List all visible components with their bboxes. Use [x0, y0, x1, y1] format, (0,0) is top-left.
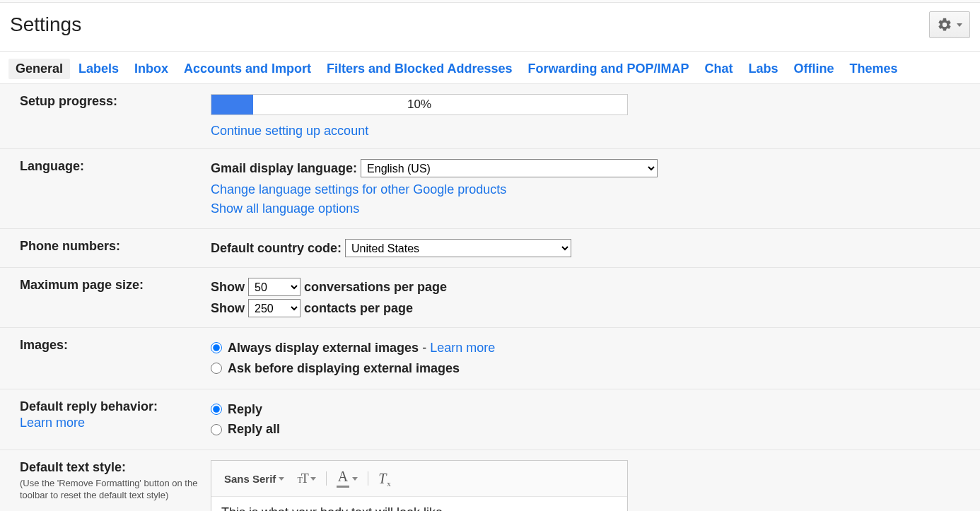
- text-style-preview: This is what your body text will look li…: [211, 497, 627, 511]
- remove-formatting-button[interactable]: T: [375, 469, 393, 488]
- images-always-label: Always display external images: [228, 341, 419, 355]
- tab-general[interactable]: General: [8, 59, 70, 79]
- row-reply-behavior: Default reply behavior: Learn more Reply…: [0, 389, 980, 451]
- reply-radio[interactable]: [211, 404, 222, 415]
- reply-all-radio[interactable]: [211, 424, 222, 435]
- settings-tabs: General Labels Inbox Accounts and Import…: [0, 52, 980, 84]
- text-style-box: Sans Serif TT A T: [211, 460, 628, 511]
- reply-label: Reply: [228, 399, 262, 420]
- images-always-radio[interactable]: [211, 342, 222, 353]
- row-setup-progress: Setup progress: 10% Continue setting up …: [0, 84, 980, 149]
- caret-down-icon: [957, 23, 962, 27]
- reply-learn-more-link[interactable]: Learn more: [20, 416, 85, 430]
- caret-down-icon: [279, 477, 284, 481]
- progress-percent: 10%: [211, 95, 627, 114]
- settings-header: Settings: [0, 3, 980, 52]
- tab-labs[interactable]: Labs: [749, 61, 778, 76]
- country-code-label: Default country code:: [211, 241, 342, 255]
- row-text-style: Default text style: (Use the 'Remove For…: [0, 450, 980, 511]
- text-style-label: Default text style:: [20, 460, 126, 474]
- row-phone-numbers: Phone numbers: Default country code: Uni…: [0, 229, 980, 268]
- tab-offline[interactable]: Offline: [794, 61, 834, 76]
- continue-setup-link[interactable]: Continue setting up account: [211, 124, 960, 139]
- country-code-select[interactable]: United States: [345, 239, 571, 257]
- show-text-2: Show: [211, 301, 245, 315]
- show-text-1: Show: [211, 280, 245, 294]
- page-title: Settings: [10, 13, 81, 36]
- text-style-toolbar: Sans Serif TT A T: [211, 461, 627, 497]
- tab-accounts[interactable]: Accounts and Import: [184, 61, 311, 76]
- text-color-picker[interactable]: A: [334, 468, 361, 489]
- toolbar-separator: [368, 471, 368, 486]
- images-dash: -: [419, 341, 430, 355]
- reply-behavior-label: Default reply behavior:: [20, 399, 158, 413]
- text-color-icon: A: [337, 469, 349, 488]
- images-ask-radio[interactable]: [211, 363, 222, 374]
- reply-all-label: Reply all: [228, 419, 280, 440]
- setup-progress-bar: 10%: [211, 94, 628, 115]
- tab-filters[interactable]: Filters and Blocked Addresses: [327, 61, 512, 76]
- text-size-icon: TT: [297, 471, 307, 486]
- text-style-hint: (Use the 'Remove Formatting' button on t…: [20, 478, 204, 502]
- row-language: Language: Gmail display language: Englis…: [0, 149, 980, 229]
- show-all-languages-link[interactable]: Show all language options: [211, 201, 359, 216]
- caret-down-icon: [310, 477, 316, 481]
- change-language-link[interactable]: Change language settings for other Googl…: [211, 182, 506, 196]
- tab-forwarding[interactable]: Forwarding and POP/IMAP: [528, 61, 689, 76]
- tab-chat[interactable]: Chat: [705, 61, 733, 76]
- remove-formatting-icon: T: [378, 471, 390, 487]
- font-family-picker[interactable]: Sans Serif: [221, 471, 287, 486]
- row-images: Images: Always display external images -…: [0, 328, 980, 389]
- images-label: Images:: [20, 338, 211, 379]
- row-page-size: Maximum page size: Show 50 conversations…: [0, 268, 980, 328]
- conversations-per-page-select[interactable]: 50: [248, 278, 301, 296]
- display-language-label: Gmail display language:: [211, 161, 357, 175]
- language-label: Language:: [20, 159, 211, 218]
- conversations-suffix: conversations per page: [304, 280, 447, 294]
- settings-gear-button[interactable]: [929, 11, 970, 38]
- font-family-name: Sans Serif: [224, 473, 276, 485]
- images-learn-more-link[interactable]: Learn more: [430, 341, 495, 355]
- contacts-per-page-select[interactable]: 250: [248, 299, 301, 317]
- font-size-picker[interactable]: TT: [294, 470, 318, 488]
- display-language-select[interactable]: English (US): [361, 159, 658, 177]
- toolbar-separator: [326, 471, 327, 486]
- caret-down-icon: [352, 477, 358, 481]
- page-size-label: Maximum page size:: [20, 278, 211, 317]
- tab-labels[interactable]: Labels: [78, 61, 119, 76]
- contacts-suffix: contacts per page: [304, 301, 413, 315]
- images-ask-label: Ask before displaying external images: [228, 358, 460, 379]
- tab-themes[interactable]: Themes: [850, 61, 898, 76]
- phone-numbers-label: Phone numbers:: [20, 239, 211, 257]
- setup-progress-label: Setup progress:: [20, 94, 211, 139]
- gear-icon: [937, 17, 952, 33]
- tab-inbox[interactable]: Inbox: [134, 61, 168, 76]
